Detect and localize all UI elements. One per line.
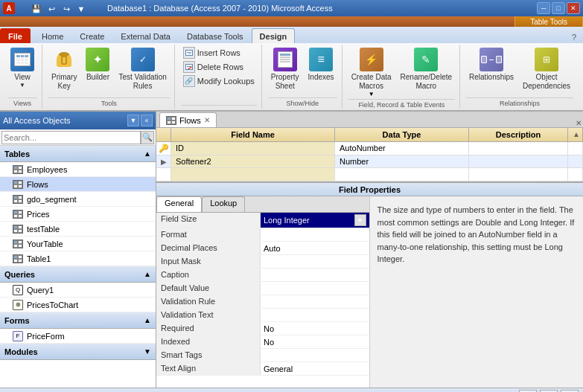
prop-value-indexed[interactable]: No bbox=[261, 335, 369, 348]
view-button[interactable]: View ▼ bbox=[7, 46, 37, 90]
prop-value-decimal-places[interactable]: Auto bbox=[261, 242, 369, 254]
description-softener2[interactable] bbox=[469, 155, 568, 167]
sidebar-collapse-button[interactable]: « bbox=[141, 115, 153, 126]
empty-description[interactable] bbox=[469, 168, 568, 181]
insert-rows-button[interactable]: Insert Rows bbox=[181, 46, 257, 60]
tab-home[interactable]: Home bbox=[34, 28, 71, 43]
sidebar-item-gdo-segment[interactable]: gdo_segment bbox=[0, 192, 156, 207]
redo-qat-button[interactable]: ↪ bbox=[60, 3, 73, 15]
grid-row-softener2[interactable]: ▶ Softener2 Number bbox=[156, 155, 583, 168]
doc-window-close-icon[interactable]: ✕ bbox=[576, 119, 582, 127]
view-layout-button-3[interactable]: ⊟ bbox=[561, 390, 579, 393]
sidebar-item-testtable[interactable]: testTable bbox=[0, 222, 156, 237]
indexes-button[interactable]: ≡ Indexes bbox=[305, 46, 337, 83]
prop-value-text-align[interactable]: General bbox=[261, 362, 369, 375]
relationships-button[interactable]: Relationships bbox=[466, 46, 517, 83]
tab-general[interactable]: General bbox=[156, 196, 202, 212]
field-properties-left: General Lookup Field Size Long Integer ▼ bbox=[156, 196, 370, 388]
create-data-macros-button[interactable]: ⚡ Create DataMacros ▼ bbox=[348, 46, 395, 99]
minimize-button[interactable]: ─ bbox=[537, 2, 550, 14]
object-dependencies-icon: ⊞ bbox=[535, 48, 558, 71]
tables-collapse-arrow[interactable]: ▲ bbox=[144, 150, 151, 158]
prop-label-decimal-places: Decimal Places bbox=[156, 242, 261, 254]
object-dependencies-button[interactable]: ⊞ ObjectDependencies bbox=[520, 46, 573, 92]
sidebar-item-yourtable[interactable]: YourTable bbox=[0, 237, 156, 251]
grid-scroll-up[interactable]: ▲ bbox=[573, 130, 578, 138]
create-data-macros-arrow[interactable]: ▼ bbox=[369, 91, 375, 97]
delete-rows-icon bbox=[183, 61, 195, 73]
sidebar-item-query1[interactable]: Q Query1 bbox=[0, 283, 156, 298]
prop-value-input-mask[interactable] bbox=[261, 255, 369, 268]
sidebar-item-table1[interactable]: Table1 bbox=[0, 251, 156, 266]
rename-delete-macro-icon: ✎ bbox=[414, 48, 438, 71]
empty-field-name[interactable] bbox=[171, 168, 335, 181]
prop-row-decimal-places: Decimal Places Auto bbox=[156, 242, 369, 255]
prop-value-smart-tags[interactable] bbox=[261, 349, 369, 362]
flows-tab-close[interactable]: ✕ bbox=[204, 116, 210, 124]
prop-value-default-value[interactable] bbox=[261, 282, 369, 295]
prop-value-field-size[interactable]: Long Integer ▼ bbox=[261, 213, 369, 228]
prop-value-required[interactable]: No bbox=[261, 322, 369, 335]
data-type-softener2[interactable]: Number bbox=[335, 155, 469, 167]
forms-collapse-arrow[interactable]: ▲ bbox=[144, 316, 151, 324]
sidebar-item-flows[interactable]: Flows bbox=[0, 177, 156, 192]
fieldrowcol-group-content: Insert Rows Delete Rows 🔗 Modif bbox=[181, 46, 257, 105]
help-button[interactable]: ? bbox=[568, 31, 580, 43]
prop-value-validation-rule[interactable] bbox=[261, 295, 369, 308]
prop-value-format[interactable] bbox=[261, 228, 369, 241]
tab-file[interactable]: File bbox=[0, 28, 31, 43]
prop-label-validation-rule: Validation Rule bbox=[156, 295, 261, 308]
description-id[interactable] bbox=[469, 142, 568, 155]
tab-lookup[interactable]: Lookup bbox=[202, 196, 245, 212]
test-validation-label: Test ValidationRules bbox=[118, 73, 166, 91]
sidebar-section-modules[interactable]: Modules ▼ bbox=[0, 344, 156, 360]
undo-qat-button[interactable]: ↩ bbox=[45, 3, 58, 15]
sidebar-item-priceform[interactable]: F PriceForm bbox=[0, 329, 156, 344]
tab-create[interactable]: Create bbox=[71, 28, 112, 43]
maximize-button[interactable]: □ bbox=[552, 2, 565, 14]
data-type-id[interactable]: AutoNumber bbox=[335, 142, 469, 155]
delete-rows-button[interactable]: Delete Rows bbox=[181, 60, 257, 74]
priceform-label: PriceForm bbox=[27, 332, 65, 341]
sidebar-item-employees[interactable]: Employees bbox=[0, 162, 156, 177]
primary-key-button[interactable]: PrimaryKey bbox=[48, 46, 80, 92]
create-data-macros-label: Create DataMacros bbox=[351, 73, 392, 91]
view-layout-button-1[interactable]: ⊞ bbox=[519, 390, 537, 393]
queries-collapse-arrow[interactable]: ▲ bbox=[144, 270, 151, 278]
flows-document-tab[interactable]: Flows ✕ bbox=[159, 112, 217, 127]
prop-value-caption[interactable] bbox=[261, 269, 369, 281]
rename-delete-macro-button[interactable]: ✎ Rename/DeleteMacro bbox=[398, 46, 455, 92]
property-sheet-button[interactable]: PropertySheet bbox=[268, 46, 302, 92]
view-layout-button-2[interactable]: ≡ bbox=[540, 390, 558, 393]
tab-design[interactable]: Design bbox=[252, 28, 296, 43]
modules-collapse-arrow[interactable]: ▼ bbox=[144, 347, 151, 356]
employees-label: Employees bbox=[27, 165, 67, 174]
save-qat-button[interactable]: 💾 bbox=[30, 3, 43, 15]
sidebar-section-forms[interactable]: Forms ▲ bbox=[0, 312, 156, 329]
grid-row-empty[interactable] bbox=[156, 168, 583, 181]
builder-button[interactable]: ✦ Builder bbox=[83, 46, 112, 83]
tab-database-tools[interactable]: Database Tools bbox=[179, 28, 252, 43]
status-right: Num Lock ⊞ ≡ ⊟ bbox=[479, 390, 579, 393]
modify-lookups-button[interactable]: 🔗 Modify Lookups bbox=[181, 74, 257, 88]
close-button[interactable]: ✕ bbox=[567, 2, 580, 14]
sidebar-toggle-button[interactable]: ▼ bbox=[127, 115, 139, 126]
sidebar-item-pricestochart[interactable]: ⊛ PricesToChart bbox=[0, 298, 156, 312]
empty-data-type[interactable] bbox=[335, 168, 469, 181]
grid-col-scroll: ▲ bbox=[568, 128, 583, 141]
test-validation-button[interactable]: ✓ Test ValidationRules bbox=[115, 46, 169, 92]
sidebar-item-prices[interactable]: Prices bbox=[0, 207, 156, 222]
search-icon[interactable]: 🔍 bbox=[141, 131, 154, 144]
field-size-dropdown[interactable]: ▼ bbox=[354, 214, 366, 226]
grid-row-id[interactable]: 🔑 ID AutoNumber bbox=[156, 142, 583, 155]
prop-value-validation-text[interactable] bbox=[261, 309, 369, 321]
tab-external-data[interactable]: External Data bbox=[112, 28, 179, 43]
search-input[interactable] bbox=[1, 131, 141, 144]
doc-close-btn[interactable]: ✕ bbox=[576, 119, 583, 127]
field-name-softener2[interactable]: Softener2 bbox=[171, 155, 335, 167]
view-dropdown-arrow[interactable]: ▼ bbox=[19, 82, 25, 89]
customize-qat-button[interactable]: ▼ bbox=[74, 3, 88, 15]
sidebar-section-tables[interactable]: Tables ▲ bbox=[0, 146, 156, 162]
field-name-id[interactable]: ID bbox=[171, 142, 335, 155]
sidebar-section-queries[interactable]: Queries ▲ bbox=[0, 266, 156, 283]
